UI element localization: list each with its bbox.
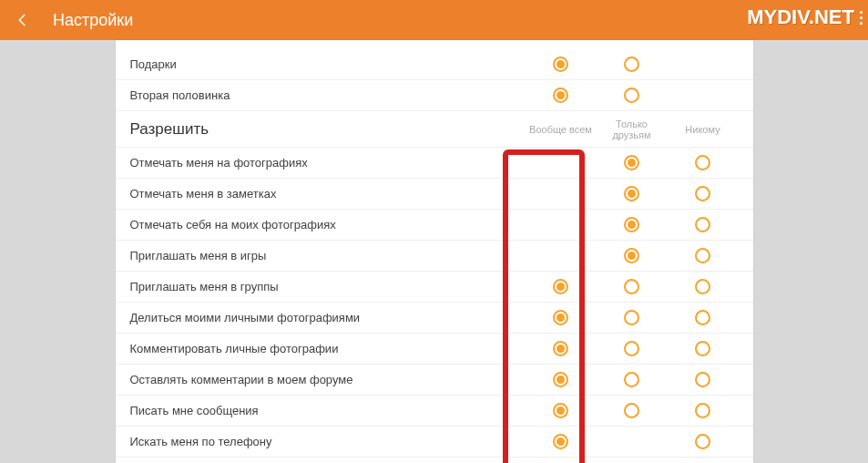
radio-group: [526, 279, 739, 294]
radio-cell: [526, 217, 597, 232]
column-headers: Вообще всемТолько друзьямНикому: [526, 118, 739, 140]
privacy-section-1: ПодаркиВторая половинка: [116, 40, 753, 111]
radio-option-0[interactable]: [553, 434, 568, 449]
row-label: Отмечать меня в заметках: [130, 187, 526, 201]
radio-option-2[interactable]: [695, 341, 710, 356]
settings-row: Комментировать личные фотографии: [116, 334, 753, 365]
row-label: Оставлять комментарии в моем форуме: [130, 373, 526, 386]
radio-cell: [597, 341, 668, 356]
radio-cell: [597, 155, 668, 170]
radio-cell: [668, 186, 739, 201]
radio-option-1[interactable]: [624, 248, 639, 263]
radio-group: [526, 434, 739, 449]
radio-group: [526, 372, 739, 387]
radio-cell: [526, 403, 597, 418]
radio-group: [526, 87, 739, 103]
settings-row: Отмечать себя на моих фотографиях: [116, 210, 753, 241]
row-label: Подарки: [130, 57, 526, 71]
radio-cell: [668, 57, 739, 72]
settings-row: Подарки: [116, 49, 753, 80]
radio-cell: [597, 87, 668, 103]
radio-cell: [668, 217, 739, 232]
radio-option-2[interactable]: [695, 279, 710, 294]
watermark: MYDIV.NET: [747, 5, 863, 29]
radio-option-1[interactable]: [624, 217, 639, 232]
radio-option-2[interactable]: [695, 217, 710, 232]
radio-cell: [526, 434, 597, 449]
settings-row: Отмечать меня в заметках: [116, 179, 753, 210]
radio-option-0[interactable]: [553, 87, 568, 103]
radio-group: [526, 57, 739, 72]
radio-cell: [597, 279, 668, 294]
radio-cell: [668, 155, 739, 170]
radio-option-1[interactable]: [624, 279, 639, 294]
radio-option-1[interactable]: [624, 372, 639, 387]
radio-cell: [526, 186, 597, 201]
settings-row: Вторая половинка: [116, 80, 753, 111]
radio-option-1[interactable]: [624, 186, 639, 201]
radio-option-0[interactable]: [553, 310, 568, 325]
radio-option-0[interactable]: [553, 372, 568, 387]
back-arrow-icon[interactable]: [13, 10, 33, 30]
settings-row: Отмечать меня на фотографиях: [116, 148, 753, 179]
radio-cell: [526, 155, 597, 170]
radio-cell: [597, 248, 668, 263]
settings-row: Оставлять комментарии в моем форуме: [116, 365, 753, 396]
radio-group: [526, 186, 739, 201]
radio-option-0[interactable]: [553, 341, 568, 356]
radio-cell: [597, 57, 668, 72]
radio-cell: [597, 434, 668, 449]
radio-option-0[interactable]: [553, 403, 568, 418]
radio-cell: [526, 279, 597, 294]
radio-cell: [668, 310, 739, 325]
content-panel: ПодаркиВторая половинка РазрешитьВообще …: [116, 40, 753, 463]
radio-option-1[interactable]: [624, 403, 639, 418]
radio-option-2[interactable]: [695, 372, 710, 387]
row-label: Писать мне сообщения: [130, 404, 526, 417]
radio-option-2[interactable]: [695, 155, 710, 170]
radio-cell: [668, 403, 739, 418]
radio-group: [526, 310, 739, 325]
radio-cell: [668, 248, 739, 263]
radio-option-0[interactable]: [553, 279, 568, 294]
radio-cell: [526, 248, 597, 263]
radio-option-1[interactable]: [624, 155, 639, 170]
column-header-1: Только друзьям: [597, 118, 668, 140]
radio-option-2[interactable]: [695, 186, 710, 201]
radio-group: [526, 341, 739, 356]
radio-cell: [526, 87, 597, 103]
radio-cell: [597, 403, 668, 418]
section-title: Разрешить: [130, 120, 526, 139]
radio-option-2[interactable]: [695, 248, 710, 263]
radio-option-1[interactable]: [624, 310, 639, 325]
radio-option-0[interactable]: [553, 57, 568, 72]
radio-option-2[interactable]: [695, 310, 710, 325]
radio-cell: [668, 279, 739, 294]
radio-option-1[interactable]: [624, 87, 639, 103]
radio-option-1[interactable]: [624, 57, 639, 72]
column-header-2: Никому: [668, 118, 739, 140]
radio-cell: [597, 186, 668, 201]
radio-cell: [668, 341, 739, 356]
radio-group: [526, 217, 739, 232]
watermark-dots-icon: [860, 11, 863, 25]
radio-option-2[interactable]: [695, 434, 710, 449]
settings-row: Искать меня по телефону: [116, 427, 753, 458]
settings-row: Писать мне сообщения: [116, 396, 753, 427]
radio-cell: [597, 372, 668, 387]
topbar: Настройки MYDIV.NET: [0, 0, 868, 40]
radio-option-2[interactable]: [695, 403, 710, 418]
radio-option-1[interactable]: [624, 341, 639, 356]
column-header-0: Вообще всем: [526, 118, 597, 140]
radio-group: [526, 155, 739, 170]
radio-cell: [597, 217, 668, 232]
row-label: Приглашать меня в игры: [130, 249, 526, 262]
row-label: Вторая половинка: [130, 88, 526, 102]
row-label: Приглашать меня в группы: [130, 280, 526, 293]
page-title: Настройки: [53, 11, 133, 30]
watermark-text: MYDIV.NET: [747, 5, 854, 29]
radio-cell: [668, 434, 739, 449]
row-label: Искать меня по телефону: [130, 435, 526, 448]
radio-cell: [526, 372, 597, 387]
radio-group: [526, 403, 739, 418]
